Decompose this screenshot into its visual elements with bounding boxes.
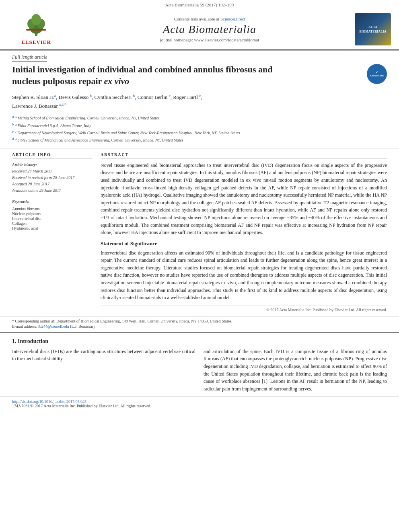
accepted-date: Accepted 28 June 2017 bbox=[12, 181, 93, 187]
article-title-section: Initial investigation of individual and … bbox=[0, 64, 399, 91]
elsevier-wordmark: ELSEVIER bbox=[21, 39, 51, 45]
keywords-header: Keywords: bbox=[12, 199, 93, 205]
svg-point-4 bbox=[31, 14, 41, 25]
affiliations-section: a ᵃ Meinig School of Biomedical Engineer… bbox=[0, 113, 399, 148]
keywords-section: Keywords: Annulus fibrosus Nucleus pulpo… bbox=[12, 199, 93, 230]
corresponding-note: * Corresponding author at: Department of… bbox=[12, 319, 387, 323]
intro-right-col: and articulation of the spine. Each IVD … bbox=[204, 348, 387, 393]
email-note: E-mail address: lb244@cornell.edu (L.J. … bbox=[12, 324, 387, 329]
revised-date: Received in revised form 26 June 2017 bbox=[12, 175, 93, 181]
crossmark-text: ✓CrossMark bbox=[370, 71, 384, 77]
journal-logo-text: ACTABIOMATERIALIA bbox=[360, 25, 387, 34]
affiliation-a: a ᵃ Meinig School of Biomedical Engineer… bbox=[12, 114, 387, 121]
abstract-header: ABSTRACT bbox=[101, 152, 387, 158]
significance-header: Statement of Significance bbox=[101, 240, 387, 247]
history-label: Article history: bbox=[12, 162, 93, 168]
copyright-line: 1742-7061/© 2017 Acta Materialia Inc. Pu… bbox=[12, 404, 387, 408]
article-title-italic: ex vivo bbox=[104, 76, 129, 86]
introduction-body: Intervertebral discs (IVDs) are the cart… bbox=[12, 348, 387, 393]
intro-left-col: Intervertebral discs (IVDs) are the cart… bbox=[12, 348, 195, 393]
affiliation-c: c ᶜ Department of Neurological Surgery, … bbox=[12, 129, 387, 136]
journal-top-bar: Acta Biomaterialia 59 (2017) 192–199 bbox=[0, 0, 399, 9]
email-label: E-mail address: bbox=[12, 324, 37, 329]
journal-logo-right: ACTABIOMATERIALIA bbox=[355, 13, 391, 45]
keyword-1: Annulus fibrosus bbox=[12, 207, 93, 211]
journal-header-center: Contents lists available at ScienceDirec… bbox=[64, 16, 355, 42]
elsevier-tree-icon bbox=[24, 14, 48, 38]
available-date: Available online 29 June 2017 bbox=[12, 187, 93, 194]
significance-text: Intervertebral disc degeneration affects… bbox=[101, 249, 387, 302]
bottom-footer: http://dx.doi.org/10.1016/j.actbio.2017.… bbox=[0, 396, 399, 411]
intro-left-text: Intervertebral discs (IVDs) are the cart… bbox=[12, 348, 195, 363]
intro-right-text: and articulation of the spine. Each IVD … bbox=[204, 348, 387, 393]
journal-homepage: journal homepage: www.elsevier.com/locat… bbox=[64, 37, 355, 42]
main-content: 1. Introduction Intervertebral discs (IV… bbox=[0, 332, 399, 397]
elsevier-logo: ELSEVIER bbox=[21, 14, 51, 45]
introduction-title: 1. Introduction bbox=[12, 338, 387, 345]
sciencedirect-anchor[interactable]: ScienceDirect bbox=[220, 16, 245, 21]
keyword-2: Nucleus pulposus bbox=[12, 212, 93, 216]
abstract-copyright: © 2017 Acta Materialia Inc. Published by… bbox=[101, 306, 387, 312]
journal-header: ELSEVIER Contents lists available at Sci… bbox=[0, 9, 399, 50]
abstract-col: ABSTRACT Novel tissue engineered and bio… bbox=[101, 152, 387, 312]
article-info-header: ARTICLE INFO bbox=[12, 152, 93, 158]
article-title-part1: Initial investigation of individual and … bbox=[12, 64, 273, 74]
email-link[interactable]: lb244@cornell.edu bbox=[38, 324, 69, 329]
article-info-col: ARTICLE INFO Article history: Received 2… bbox=[12, 152, 93, 312]
article-title-part2: nucleus pulposus repair bbox=[12, 76, 104, 86]
received-date: Received 24 March 2017 bbox=[12, 168, 93, 175]
email-name: (L.J. Bonassar). bbox=[70, 324, 95, 329]
doi-line: http://dx.doi.org/10.1016/j.actbio.2017.… bbox=[12, 399, 387, 404]
keyword-4: Collagen bbox=[12, 221, 93, 226]
affiliation-b: b ᵇ Fidia Farmaceutici S.p.A, Abano Term… bbox=[12, 122, 387, 129]
keyword-3: Intervertebral disc bbox=[12, 216, 93, 221]
article-info-abstract-section: ARTICLE INFO Article history: Received 2… bbox=[0, 148, 399, 316]
keyword-5: Hyaluronic acid bbox=[12, 226, 93, 230]
journal-citation: Acta Biomaterialia 59 (2017) 192–199 bbox=[165, 2, 234, 7]
page-footer: * Corresponding author at: Department of… bbox=[0, 316, 399, 332]
authors-section: Stephen R. Sloan Jr.a, Devis Galesso b, … bbox=[0, 91, 399, 113]
journal-title: Acta Biomaterialia bbox=[64, 23, 355, 36]
sciencedirect-link: Contents lists available at ScienceDirec… bbox=[64, 16, 355, 21]
article-title: Initial investigation of individual and … bbox=[12, 64, 273, 87]
author-1: Stephen R. Sloan Jr.a, Devis Galesso b, … bbox=[12, 94, 202, 100]
article-history: Article history: Received 24 March 2017 … bbox=[12, 162, 93, 194]
article-type-bar: Full length article bbox=[0, 50, 399, 64]
affiliation-d: d ᵈ Sibley School of Mechanical and Aero… bbox=[12, 136, 387, 143]
crossmark-badge: ✓CrossMark bbox=[367, 64, 387, 84]
svg-rect-5 bbox=[26, 29, 46, 31]
doi-link[interactable]: http://dx.doi.org/10.1016/j.actbio.2017.… bbox=[12, 399, 86, 404]
abstract-text: Novel tissue engineered and biomaterial … bbox=[101, 162, 387, 236]
article-type-label: Full length article bbox=[12, 54, 47, 62]
journal-logo-left: ELSEVIER bbox=[8, 14, 64, 45]
author-2: Lawrence J. Bonassar a,d,* bbox=[12, 103, 66, 109]
